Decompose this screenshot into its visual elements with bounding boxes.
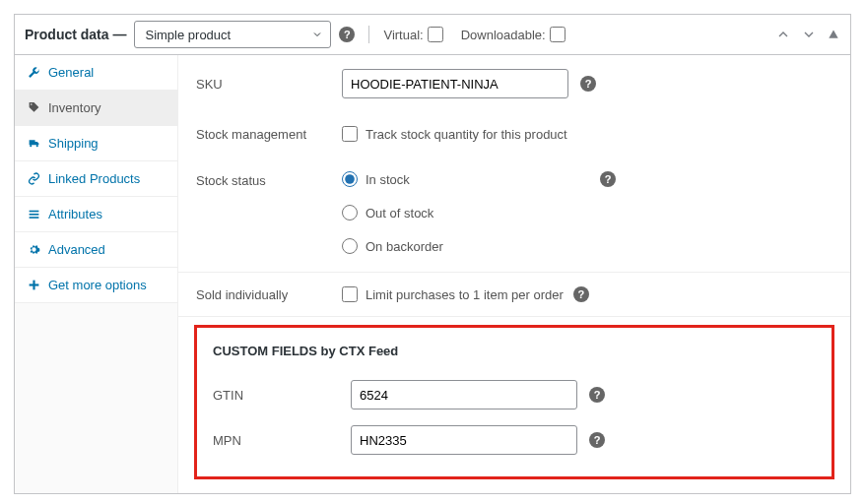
product-type-select-wrap: Simple product (134, 21, 331, 48)
downloadable-checkbox[interactable] (550, 27, 566, 42)
custom-fields-title: CUSTOM FIELDS by CTX Feed (205, 340, 824, 372)
help-icon[interactable]: ? (339, 27, 355, 42)
wrench-icon (27, 66, 40, 79)
in-stock-label: In stock (366, 172, 410, 187)
panel-title: Product data — (25, 27, 126, 42)
sidebar-item-shipping[interactable]: Shipping (15, 126, 177, 161)
sidebar-item-label: Inventory (48, 100, 100, 115)
track-stock-toggle[interactable]: Track stock quantity for this product (342, 126, 567, 142)
stock-status-in-stock[interactable]: In stock (342, 171, 443, 187)
panel-header-controls (775, 27, 840, 42)
sidebar-item-label: Get more options (48, 278, 147, 292)
sidebar-item-label: General (48, 65, 94, 80)
virtual-label: Virtual: (383, 28, 423, 42)
truck-icon (27, 137, 40, 150)
sidebar-item-linked-products[interactable]: Linked Products (15, 161, 177, 197)
virtual-checkbox[interactable] (428, 27, 443, 42)
help-icon[interactable]: ? (589, 387, 605, 403)
sidebar-item-label: Attributes (48, 207, 102, 221)
on-backorder-radio[interactable] (342, 238, 358, 254)
out-of-stock-radio[interactable] (342, 205, 358, 220)
sidebar-item-inventory[interactable]: Inventory (15, 91, 177, 126)
virtual-toggle[interactable]: Virtual: (383, 27, 442, 42)
plus-icon (27, 279, 40, 291)
in-stock-radio[interactable] (342, 171, 358, 187)
sold-individually-checkbox-label: Limit purchases to 1 item per order (366, 287, 564, 302)
separator (368, 26, 369, 43)
help-icon[interactable]: ? (580, 76, 596, 92)
help-icon[interactable]: ? (573, 286, 589, 302)
svg-rect-5 (29, 284, 38, 285)
stock-management-row: Stock management Track stock quantity fo… (178, 112, 850, 156)
sidebar: General Inventory Shipping Linked Produc… (15, 55, 178, 493)
stock-management-label: Stock management (196, 127, 342, 142)
downloadable-toggle[interactable]: Downloadable: (461, 27, 566, 42)
track-stock-checkbox[interactable] (342, 126, 358, 142)
svg-rect-1 (29, 211, 38, 213)
gtin-label: GTIN (213, 388, 351, 403)
chevron-up-icon[interactable] (775, 27, 791, 42)
help-icon[interactable]: ? (589, 432, 605, 448)
chevron-down-icon[interactable] (801, 27, 817, 42)
tag-icon (27, 101, 40, 114)
collapse-triangle-icon[interactable] (827, 27, 840, 42)
mpn-row: MPN ? (205, 417, 824, 463)
list-icon (27, 208, 40, 220)
track-stock-label: Track stock quantity for this product (366, 127, 567, 142)
sidebar-item-get-more-options[interactable]: Get more options (15, 268, 177, 303)
sold-individually-label: Sold individually (196, 287, 342, 302)
stock-status-row: Stock status In stock Out of stock (178, 156, 850, 273)
panel-header: Product data — Simple product ? Virtual:… (15, 15, 850, 55)
out-of-stock-label: Out of stock (366, 206, 433, 220)
sidebar-item-advanced[interactable]: Advanced (15, 232, 177, 268)
sidebar-item-label: Shipping (48, 136, 99, 151)
content: SKU ? Stock management Track stock quant… (178, 55, 850, 493)
svg-marker-0 (829, 31, 837, 38)
sold-individually-checkbox[interactable] (342, 286, 358, 302)
sold-individually-row: Sold individually Limit purchases to 1 i… (178, 273, 850, 317)
downloadable-label: Downloadable: (461, 28, 546, 42)
panel-body: General Inventory Shipping Linked Produc… (15, 55, 850, 493)
help-icon[interactable]: ? (600, 171, 616, 187)
mpn-label: MPN (213, 433, 351, 448)
sku-row: SKU ? (178, 55, 850, 112)
sidebar-item-attributes[interactable]: Attributes (15, 197, 177, 232)
gtin-row: GTIN ? (205, 372, 824, 417)
sidebar-item-general[interactable]: General (15, 55, 177, 91)
custom-fields-box: CUSTOM FIELDS by CTX Feed GTIN ? MPN ? (194, 325, 834, 479)
svg-rect-3 (29, 217, 38, 219)
link-icon (27, 172, 40, 185)
sidebar-item-label: Linked Products (48, 171, 140, 186)
stock-status-label: Stock status (196, 171, 342, 188)
sold-individually-toggle[interactable]: Limit purchases to 1 item per order (342, 286, 564, 302)
stock-status-on-backorder[interactable]: On backorder (342, 238, 443, 254)
on-backorder-label: On backorder (366, 239, 443, 254)
product-type-select[interactable]: Simple product (134, 21, 331, 48)
gear-icon (27, 243, 40, 256)
stock-status-out-of-stock[interactable]: Out of stock (342, 205, 443, 220)
sidebar-item-label: Advanced (48, 242, 105, 257)
mpn-input[interactable] (351, 425, 577, 455)
sku-label: SKU (196, 77, 342, 92)
product-data-panel: Product data — Simple product ? Virtual:… (14, 14, 851, 494)
svg-rect-2 (29, 214, 38, 216)
sku-input[interactable] (342, 69, 568, 98)
gtin-input[interactable] (351, 380, 577, 410)
